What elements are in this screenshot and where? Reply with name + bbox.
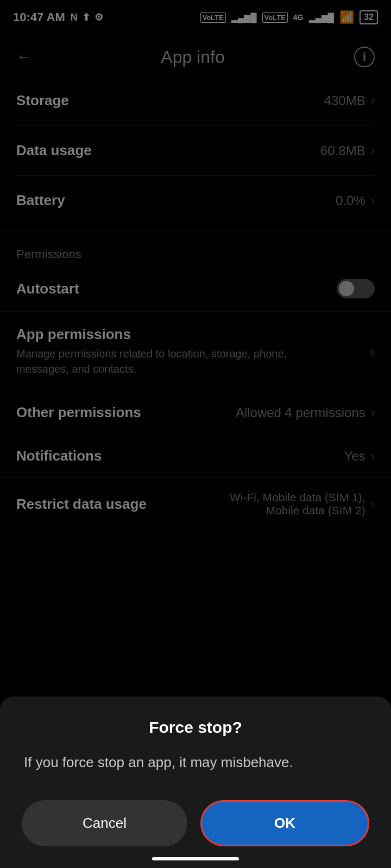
dialog-title: Force stop? (22, 718, 369, 737)
ok-button[interactable]: OK (200, 800, 369, 846)
background-dim (0, 0, 391, 624)
force-stop-dialog: Force stop? If you force stop an app, it… (0, 697, 391, 868)
cancel-button[interactable]: Cancel (22, 800, 187, 846)
home-bar (152, 857, 239, 860)
dialog-buttons: Cancel OK (22, 800, 369, 846)
dialog-body: If you force stop an app, it may misbeha… (22, 752, 369, 773)
